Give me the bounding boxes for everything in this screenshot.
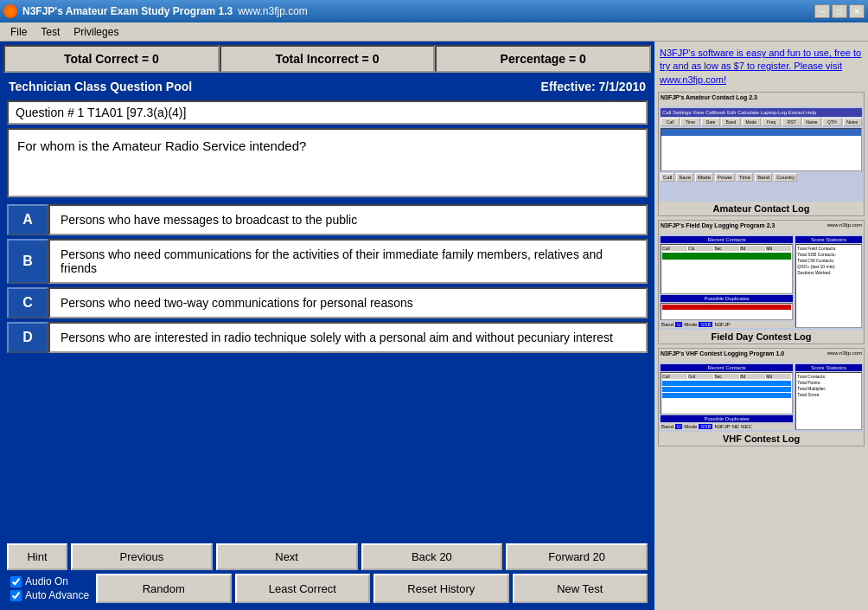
pool-name: Technician Class Question Pool <box>9 80 192 93</box>
menu-file[interactable]: File <box>3 24 34 40</box>
control-row-1: Hint Previous Next Back 20 Forward 20 <box>7 543 648 570</box>
answer-row-d: D Persons who are interested in radio te… <box>7 322 648 353</box>
field-day-section: N3FJP's Field Day Logging Program 2.3 ww… <box>658 220 865 344</box>
question-pool-area: Technician Class Question Pool Effective… <box>3 76 651 607</box>
ad-text[interactable]: N3FJP's software is easy and fun to use,… <box>658 45 865 88</box>
title-bar: N3FJP's Amateur Exam Study Program 1.3 w… <box>0 0 868 22</box>
checkboxes-area: Audio On Auto Advance <box>7 574 93 603</box>
window-controls: ─ □ ✕ <box>814 4 865 18</box>
amateur-log-toolbar: N3FJP's Amateur Contact Log 2.3 <box>659 93 864 106</box>
previous-button[interactable]: Previous <box>71 543 213 570</box>
question-number: Question # 1 T1A01 [97.3(a)(4)] <box>7 100 648 125</box>
audio-on-row: Audio On <box>10 575 89 588</box>
amateur-log-section: N3FJP's Amateur Contact Log 2.3 Call Set… <box>658 92 865 216</box>
close-button[interactable]: ✕ <box>849 4 865 18</box>
answer-row-b: B Persons who need communications for th… <box>7 239 648 284</box>
total-correct-stat: Total Correct = 0 <box>3 45 220 73</box>
vhf-toolbar: N3FJP's VHF Contest Logging Program 1.0 … <box>659 349 864 363</box>
control-row-2: Audio On Auto Advance Random Least Corre… <box>7 574 648 603</box>
minimize-button[interactable]: ─ <box>814 4 830 18</box>
question-text: For whom is the Amateur Radio Service in… <box>7 128 648 197</box>
bottom-controls: Hint Previous Next Back 20 Forward 20 Au… <box>7 543 648 603</box>
forward20-button[interactable]: Forward 20 <box>506 543 648 570</box>
right-panel: N3FJP's software is easy and fun to use,… <box>654 42 868 610</box>
answer-text-d: Persons who are interested in radio tech… <box>48 322 648 353</box>
menu-privileges[interactable]: Privileges <box>67 24 125 40</box>
pool-effective: Effective: 7/1/2010 <box>541 80 646 93</box>
maximize-button[interactable]: □ <box>832 4 847 18</box>
answers-area: A Persons who have messages to broadcast… <box>7 204 648 533</box>
reset-history-button[interactable]: Reset History <box>373 574 508 603</box>
answer-text-c: Persons who need two-way communications … <box>48 287 648 318</box>
hint-button[interactable]: Hint <box>7 543 67 570</box>
next-button[interactable]: Next <box>216 543 358 570</box>
answer-row-c: C Persons who need two-way communication… <box>7 287 648 318</box>
menu-test[interactable]: Test <box>34 24 67 40</box>
field-day-screen: Recent Contacts Call Cls Sec Bd Md Po <box>659 234 864 330</box>
percentage-stat: Percentage = 0 <box>435 45 651 73</box>
vhf-screen: Recent Contacts Call Grd Sec Bd Md <box>659 363 864 432</box>
answer-row-a: A Persons who have messages to broadcast… <box>7 204 648 235</box>
answer-button-a[interactable]: A <box>7 204 48 235</box>
field-day-toolbar: N3FJP's Field Day Logging Program 2.3 ww… <box>659 221 864 234</box>
auto-advance-label: Auto Advance <box>25 589 89 601</box>
field-day-label: Field Day Contest Log <box>659 330 864 344</box>
answer-text-a: Persons who have messages to broadcast t… <box>48 204 648 235</box>
vhf-label: VHF Contest Log <box>659 432 864 446</box>
answer-text-b: Persons who need communications for the … <box>48 239 648 284</box>
total-incorrect-stat: Total Incorrect = 0 <box>220 45 436 73</box>
amateur-log-label: Amateur Contact Log <box>659 202 864 215</box>
app-url: www.n3fjp.com <box>238 5 308 17</box>
answer-button-d[interactable]: D <box>7 322 48 353</box>
pool-header: Technician Class Question Pool Effective… <box>3 76 651 97</box>
answer-button-b[interactable]: B <box>7 239 48 284</box>
stats-bar: Total Correct = 0 Total Incorrect = 0 Pe… <box>3 45 651 73</box>
new-test-button[interactable]: New Test <box>513 574 648 603</box>
amateur-log-screen: Call Settings View Callbook Edit Calcula… <box>659 106 864 202</box>
auto-advance-row: Auto Advance <box>10 589 89 601</box>
answer-button-c[interactable]: C <box>7 287 48 318</box>
menu-bar: File Test Privileges <box>0 22 868 42</box>
app-title: N3FJP's Amateur Exam Study Program 1.3 <box>22 5 233 17</box>
vhf-section: N3FJP's VHF Contest Logging Program 1.0 … <box>658 348 865 446</box>
random-button[interactable]: Random <box>96 574 231 603</box>
app-icon <box>3 4 17 18</box>
audio-on-checkbox[interactable] <box>10 576 22 588</box>
audio-on-label: Audio On <box>25 575 68 588</box>
back20-button[interactable]: Back 20 <box>361 543 503 570</box>
least-correct-button[interactable]: Least Correct <box>235 574 370 603</box>
auto-advance-checkbox[interactable] <box>10 590 22 601</box>
left-panel: Total Correct = 0 Total Incorrect = 0 Pe… <box>0 42 654 610</box>
